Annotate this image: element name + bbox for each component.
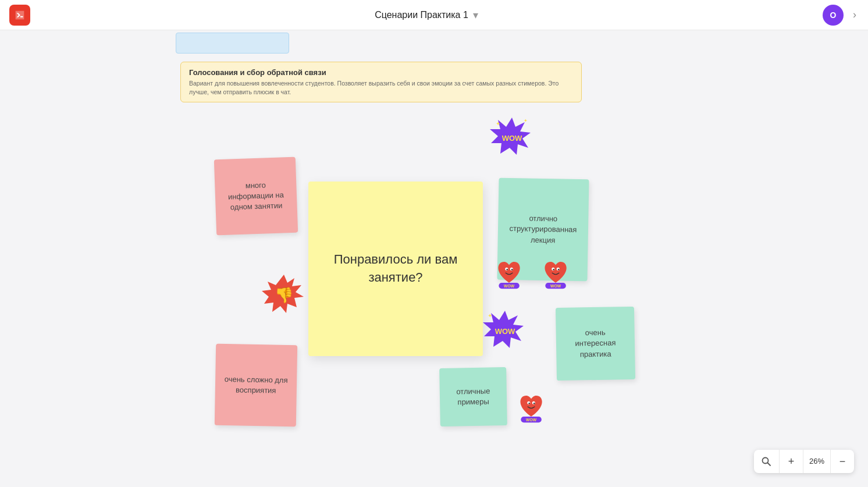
presentation-title[interactable]: Сценарии Практика 1 ▾	[375, 9, 478, 22]
avatar-label: О	[830, 10, 837, 20]
svg-text:✦: ✦	[524, 118, 528, 123]
logo-icon	[13, 9, 26, 22]
svg-text:✦: ✦	[496, 120, 500, 127]
canvas-area: Голосования и сбор обратной связи Вариан…	[0, 30, 868, 487]
svg-text:WOW: WOW	[504, 284, 515, 288]
info-banner: Голосования и сбор обратной связи Вариан…	[180, 62, 582, 102]
wow-sticker-mid: WOW ✦	[482, 310, 528, 350]
wow-sticker-top: WOW ✦ ✦	[489, 116, 535, 157]
wow-burst-mid-icon: WOW ✦	[482, 310, 528, 350]
svg-text:WOW: WOW	[502, 134, 522, 143]
svg-text:WOW: WOW	[550, 284, 561, 288]
zoom-value: 26%	[803, 450, 831, 473]
note-text: отлично структурированная лекция	[506, 213, 581, 246]
svg-point-15	[553, 269, 554, 271]
note-very-hard[interactable]: очень сложно для восприятия	[215, 344, 297, 426]
thumbs-down-sticker: 👎	[262, 273, 306, 320]
heart-wow-icon-2: WOW	[540, 257, 572, 289]
title-text: Сценарии Практика 1	[375, 10, 468, 20]
heart-wow-icon-1: WOW	[493, 257, 525, 289]
heart-wow-sticker-1: WOW	[493, 257, 525, 289]
thumbs-down-icon: 👎	[262, 273, 306, 318]
svg-line-28	[768, 463, 771, 466]
svg-text:👎: 👎	[275, 286, 294, 304]
note-much-info[interactable]: много информации на одном занятии	[214, 157, 298, 236]
title-chevron: ▾	[473, 9, 478, 22]
svg-text:WOW: WOW	[495, 327, 515, 336]
note-text: много информации на одном занятии	[223, 179, 289, 213]
heart-wow-icon-3: WOW	[515, 391, 547, 423]
heart-wow-sticker-2: WOW	[540, 257, 572, 289]
blue-input-rect[interactable]	[176, 33, 289, 54]
svg-point-10	[511, 269, 513, 271]
note-text: отличные примеры	[448, 386, 499, 408]
header-right: О ›	[823, 5, 859, 26]
zoom-plus-button[interactable]: +	[780, 450, 803, 473]
zoom-search-button[interactable]	[754, 450, 780, 473]
zoom-controls: + 26% −	[754, 450, 854, 473]
heart-wow-sticker-3: WOW	[515, 391, 547, 423]
search-icon	[761, 456, 771, 467]
banner-title: Голосования и сбор обратной связи	[189, 68, 573, 77]
logo-button[interactable]	[9, 5, 30, 26]
svg-text:WOW: WOW	[526, 418, 537, 422]
banner-text: Вариант для повышения вовлеченности студ…	[189, 79, 573, 96]
svg-point-9	[506, 269, 508, 271]
note-text: очень интересная практика	[564, 327, 627, 360]
question-text: Понравилось ли вам занятие?	[322, 251, 469, 287]
svg-point-21	[528, 403, 530, 404]
note-interesting-practice[interactable]: очень интересная практика	[556, 307, 635, 381]
wow-burst-icon: WOW ✦ ✦	[489, 116, 535, 157]
header: Сценарии Практика 1 ▾ О ›	[0, 0, 868, 30]
note-great-examples[interactable]: отличные примеры	[439, 367, 507, 426]
svg-text:✦: ✦	[488, 312, 492, 319]
svg-point-16	[558, 269, 560, 271]
header-dropdown-button[interactable]: ›	[851, 6, 859, 23]
main-question-card: Понравилось ли вам занятие?	[308, 182, 483, 356]
note-text: очень сложно для восприятия	[223, 374, 289, 396]
svg-point-22	[533, 403, 535, 404]
user-avatar[interactable]: О	[823, 5, 844, 26]
zoom-minus-button[interactable]: −	[831, 450, 854, 473]
